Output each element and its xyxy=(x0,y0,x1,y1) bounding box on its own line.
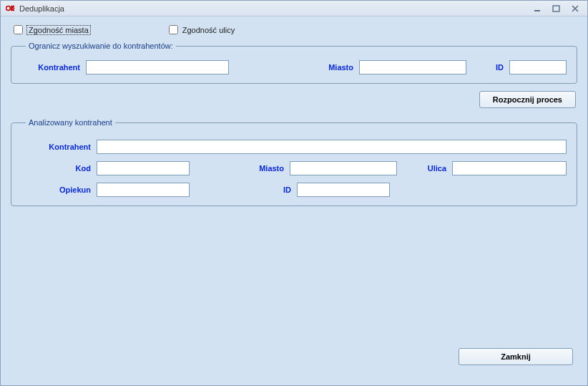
kontrahent-search-input[interactable] xyxy=(86,60,229,74)
window-title: Deduplikacja xyxy=(19,4,64,13)
street-match-checkbox-input[interactable] xyxy=(169,25,178,34)
titlebar: Deduplikacja xyxy=(1,1,587,16)
app-icon xyxy=(5,3,16,14)
svg-point-0 xyxy=(6,6,10,11)
analyzed-contractor-legend: Analizowany kontrahent xyxy=(26,118,115,127)
analyzed-kontrahent-input[interactable] xyxy=(97,140,567,154)
search-limit-group: Ogranicz wyszukiwanie do kontrahentów: K… xyxy=(11,42,577,84)
analyzed-opiekun-label: Opiekun xyxy=(21,185,97,194)
city-match-checkbox[interactable]: Zgodność miasta xyxy=(14,25,90,34)
start-button-row: Rozpocznij proces xyxy=(12,91,576,108)
client-area: Zgodność miasta Zgodność ulicy Ogranicz … xyxy=(1,16,587,385)
analyzed-miasto-input[interactable] xyxy=(290,161,397,175)
kontrahent-search-label: Kontrahent xyxy=(21,63,86,72)
match-options-row: Zgodność miasta Zgodność ulicy xyxy=(8,24,580,42)
analyzed-id-label: ID xyxy=(275,185,297,194)
analyzed-kod-label: Kod xyxy=(21,164,97,173)
maximize-button[interactable] xyxy=(549,4,564,14)
svg-rect-2 xyxy=(553,6,559,11)
miasto-search-label: Miasto xyxy=(309,63,359,72)
analyzed-ulica-label: Ulica xyxy=(416,164,452,173)
search-limit-row: Kontrahent Miasto ID xyxy=(21,60,567,74)
id-search-label: ID xyxy=(488,63,509,72)
analyzed-kod-miasto-ulica-row: Kod Miasto Ulica xyxy=(21,161,567,175)
search-limit-legend: Ogranicz wyszukiwanie do kontrahentów: xyxy=(26,42,176,50)
analyzed-opiekun-id-row: Opiekun ID xyxy=(21,183,567,197)
miasto-search-input[interactable] xyxy=(359,60,466,74)
analyzed-kontrahent-label: Kontrahent xyxy=(21,143,97,151)
minimize-button[interactable] xyxy=(530,4,546,14)
id-search-input[interactable] xyxy=(509,60,567,74)
analyzed-contractor-group: Analizowany kontrahent Kontrahent Kod Mi… xyxy=(11,118,577,206)
analyzed-miasto-label: Miasto xyxy=(247,164,290,173)
close-button[interactable]: Zamknij xyxy=(459,348,573,365)
analyzed-kod-input[interactable] xyxy=(97,161,190,175)
close-window-button[interactable] xyxy=(567,4,583,14)
close-button-row: Zamknij xyxy=(459,348,573,365)
street-match-label: Zgodność ulicy xyxy=(182,26,235,34)
svg-rect-1 xyxy=(534,10,540,11)
analyzed-ulica-input[interactable] xyxy=(452,161,567,175)
city-match-checkbox-input[interactable] xyxy=(14,25,23,34)
analyzed-kontrahent-row: Kontrahent xyxy=(21,140,567,154)
analyzed-id-input[interactable] xyxy=(297,183,390,197)
analyzed-opiekun-input[interactable] xyxy=(97,183,190,197)
street-match-checkbox[interactable]: Zgodność ulicy xyxy=(169,25,235,34)
city-match-label: Zgodność miasta xyxy=(27,26,90,34)
start-process-button[interactable]: Rozpocznij proces xyxy=(479,91,576,108)
